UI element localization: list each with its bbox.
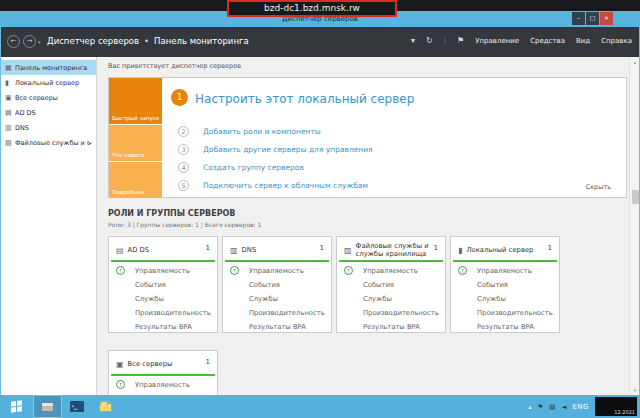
tray-caret-icon[interactable]: ▴ xyxy=(528,403,531,411)
server-icon: ▮ xyxy=(458,246,462,255)
menu-manage[interactable]: Управление xyxy=(475,37,519,45)
hide-link[interactable]: Скрыть xyxy=(586,183,611,191)
welcome-tile: Быстрый запуск Что нового Подробнее 1 На… xyxy=(108,77,627,198)
tile-count: 1 xyxy=(434,244,438,252)
tile-name: Файловые службы и службы хранилища xyxy=(356,242,430,258)
role-tile-dns[interactable]: ▥ DNS 1 ↑Управляемость События Службы Пр… xyxy=(222,236,332,333)
dns-icon: ▥ xyxy=(230,246,238,255)
role-tile-ad-ds[interactable]: ▤ AD DS 1 ↑Управляемость События Службы … xyxy=(108,236,218,333)
metric-performance[interactable]: Производительность xyxy=(249,309,325,317)
link-add-servers[interactable]: Добавить другие серверы для управления xyxy=(203,145,373,154)
metric-performance[interactable]: Производительность xyxy=(363,309,439,317)
taskbar-powershell-button[interactable]: ›_ xyxy=(62,395,91,418)
forward-button[interactable]: → xyxy=(23,35,36,48)
notifications-flag-icon[interactable]: ⚑ xyxy=(457,36,464,45)
metric-services[interactable]: Службы xyxy=(477,295,506,303)
nav-history-caret-icon[interactable]: ▾ xyxy=(38,39,41,45)
status-up-icon: ↑ xyxy=(230,266,239,275)
step-2-badge: 2 xyxy=(178,126,189,137)
step-connect-cloud[interactable]: 5Подключить сервер к облачным службам xyxy=(178,175,368,194)
tile-count: 1 xyxy=(206,358,210,366)
folder-icon xyxy=(99,403,112,412)
breadcrumb-root[interactable]: Диспетчер серверов xyxy=(47,36,139,46)
role-tile-local-server[interactable]: ▮ Локальный сервер 1 ↑Управляемость Собы… xyxy=(450,236,560,333)
metric-events[interactable]: События xyxy=(477,281,508,289)
powershell-icon: ›_ xyxy=(70,401,84,412)
metric-services[interactable]: Службы xyxy=(249,295,278,303)
step-add-roles[interactable]: 2Добавить роли и компоненты xyxy=(178,121,321,140)
language-indicator[interactable]: ENG xyxy=(572,403,589,411)
dns-icon: ▥ xyxy=(5,124,15,132)
sidebar-item-label: DNS xyxy=(15,124,92,132)
menu-tools[interactable]: Средства xyxy=(530,37,565,45)
taskbar-server-manager-button[interactable] xyxy=(33,395,62,418)
ad-ds-icon: ▤ xyxy=(116,246,124,255)
refresh-icon[interactable]: ↻ xyxy=(426,36,433,45)
tab-whats-new[interactable]: Что нового xyxy=(109,125,162,161)
metric-services[interactable]: Службы xyxy=(135,295,164,303)
welcome-greeting: Вас приветствует диспетчер серверов xyxy=(108,62,241,70)
link-connect-cloud[interactable]: Подключить сервер к облачным службам xyxy=(203,181,368,190)
tab-label: Быстрый запуск xyxy=(112,115,159,121)
link-configure-local-server[interactable]: Настроить этот локальный сервер xyxy=(195,92,414,106)
clock-redaction-box[interactable]: 12.2021 xyxy=(595,397,637,416)
tray-network-icon[interactable]: ▤ xyxy=(549,403,555,411)
sidebar-item-all-servers[interactable]: ▣ Все серверы xyxy=(0,90,96,105)
metric-bpa[interactable]: Результаты BPA xyxy=(249,323,306,331)
close-button[interactable]: × xyxy=(600,12,613,25)
menu-help[interactable]: Справка xyxy=(601,37,632,45)
menu-view[interactable]: Вид xyxy=(576,37,590,45)
tile-name: AD DS xyxy=(128,246,202,254)
ad-ds-icon: ▤ xyxy=(5,109,15,117)
step-3-badge: 3 xyxy=(178,144,189,155)
status-line xyxy=(111,260,215,262)
maximize-button[interactable]: □ xyxy=(586,12,599,25)
scrollbar-thumb[interactable] xyxy=(632,190,639,204)
metric-manageability[interactable]: Управляемость xyxy=(363,267,418,275)
chevron-down-icon[interactable]: ▾ xyxy=(411,36,415,45)
metric-bpa[interactable]: Результаты BPA xyxy=(363,323,420,331)
tile-count: 1 xyxy=(320,244,324,252)
sidebar-item-dns[interactable]: ▥ DNS xyxy=(0,120,96,135)
sidebar-item-file-services[interactable]: ▨ Файловые службы и сл... ▸ xyxy=(0,135,96,150)
metric-events[interactable]: События xyxy=(135,281,166,289)
roles-section-summary: Роли: 3 | Группы серверов: 1 | Всего сер… xyxy=(108,221,261,228)
metric-performance[interactable]: Производительность xyxy=(477,309,553,317)
role-tile-file-services[interactable]: ▨ Файловые службы и службы хранилища 1 ↑… xyxy=(336,236,446,333)
tab-quick-start[interactable]: Быстрый запуск xyxy=(109,78,162,124)
metric-manageability[interactable]: Управляемость xyxy=(477,267,532,275)
sidebar-item-local-server[interactable]: ▮ Локальный сервер xyxy=(0,75,96,90)
metric-performance[interactable]: Производительность xyxy=(135,309,211,317)
tray-volume-icon[interactable]: ◄ xyxy=(561,403,566,411)
server-manager-icon xyxy=(41,402,54,412)
servers-icon: ▣ xyxy=(116,360,124,369)
metric-events[interactable]: События xyxy=(249,281,280,289)
start-button[interactable] xyxy=(0,395,33,418)
breadcrumb-current: Панель мониторинга xyxy=(154,36,249,46)
sidebar: ▦ Панель мониторинга ▮ Локальный сервер … xyxy=(0,57,97,395)
taskbar-explorer-button[interactable] xyxy=(91,395,120,418)
metric-events[interactable]: События xyxy=(363,281,394,289)
sidebar-item-ad-ds[interactable]: ▤ AD DS xyxy=(0,105,96,120)
tray-flag-icon[interactable]: ⚑ xyxy=(537,403,543,411)
step-create-group[interactable]: 4Создать группу серверов xyxy=(178,157,304,176)
metric-bpa[interactable]: Результаты BPA xyxy=(135,323,192,331)
tab-label: Подробнее xyxy=(112,189,144,195)
back-button[interactable]: ← xyxy=(7,35,20,48)
link-add-roles[interactable]: Добавить роли и компоненты xyxy=(203,127,321,136)
dashboard-icon: ▦ xyxy=(5,64,15,72)
tab-label: Что нового xyxy=(112,152,144,158)
metric-bpa[interactable]: Результаты BPA xyxy=(477,323,534,331)
metric-manageability[interactable]: Управляемость xyxy=(135,267,190,275)
sidebar-item-dashboard[interactable]: ▦ Панель мониторинга xyxy=(0,60,96,75)
metric-manageability[interactable]: Управляемость xyxy=(135,381,190,389)
status-up-icon: ↑ xyxy=(116,266,125,275)
link-create-server-group[interactable]: Создать группу серверов xyxy=(203,163,304,172)
step-add-servers[interactable]: 3Добавить другие серверы для управления xyxy=(178,139,373,158)
sidebar-item-label: Панель мониторинга xyxy=(15,64,92,72)
tab-learn-more[interactable]: Подробнее xyxy=(109,162,162,198)
minimize-button[interactable]: – xyxy=(572,12,585,25)
metric-manageability[interactable]: Управляемость xyxy=(249,267,304,275)
metric-services[interactable]: Службы xyxy=(363,295,392,303)
rdp-host-label: bzd-dc1.bzd.mnsk.rw xyxy=(227,0,397,17)
